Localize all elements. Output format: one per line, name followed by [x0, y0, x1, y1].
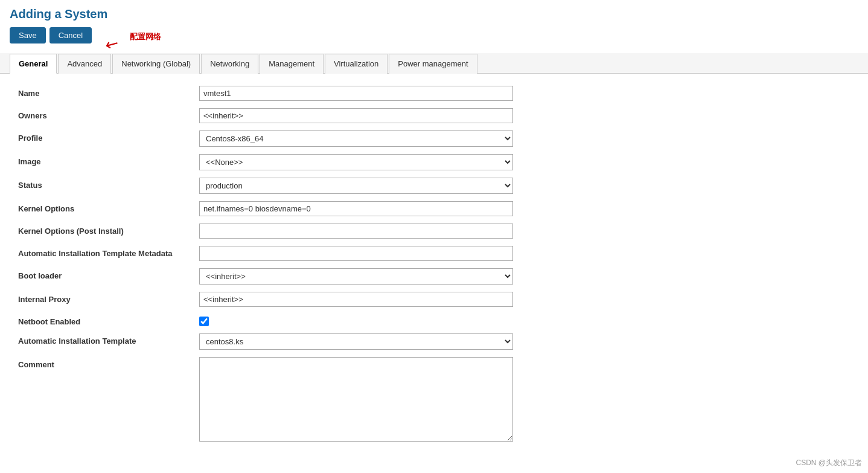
- tab-management[interactable]: Management: [260, 54, 324, 74]
- field-row-profile: Profile Centos8-x86_64: [18, 130, 850, 147]
- field-row-boot-loader: Boot loader <<inherit>>: [18, 268, 850, 285]
- tab-virtualization[interactable]: Virtualization: [325, 54, 388, 74]
- watermark: CSDN @头发保卫者: [796, 458, 862, 461]
- field-row-image: Image <<None>>: [18, 154, 850, 170]
- select-auto-install-template[interactable]: centos8.ks: [199, 333, 513, 350]
- label-image: Image: [18, 154, 199, 166]
- form-container: Name Owners Profile Centos8-x86_64 Image…: [0, 74, 868, 461]
- label-auto-install-template: Automatic Installation Template: [18, 333, 199, 346]
- input-owners[interactable]: [199, 108, 513, 123]
- input-name[interactable]: [199, 86, 513, 101]
- input-kernel-options-post[interactable]: [199, 224, 513, 239]
- field-row-owners: Owners: [18, 108, 850, 123]
- field-row-comment: Comment: [18, 357, 850, 442]
- tab-networking[interactable]: Networking: [201, 54, 258, 74]
- select-boot-loader[interactable]: <<inherit>>: [199, 268, 513, 285]
- tab-networking-global[interactable]: Networking (Global): [112, 54, 200, 74]
- label-owners: Owners: [18, 108, 199, 120]
- select-profile[interactable]: Centos8-x86_64: [199, 130, 513, 147]
- field-row-auto-install-meta: Automatic Installation Template Metadata: [18, 246, 850, 261]
- label-internal-proxy: Internal Proxy: [18, 292, 199, 304]
- field-row-auto-install-template: Automatic Installation Template centos8.…: [18, 333, 850, 350]
- label-status: Status: [18, 178, 199, 190]
- tab-general[interactable]: General: [10, 54, 57, 74]
- label-auto-install-meta: Automatic Installation Template Metadata: [18, 246, 199, 258]
- field-row-kernel-options: Kernel Options: [18, 201, 850, 216]
- label-name: Name: [18, 86, 199, 98]
- tabs-bar: General Advanced Networking (Global) Net…: [0, 53, 868, 74]
- field-row-internal-proxy: Internal Proxy: [18, 292, 850, 307]
- label-boot-loader: Boot loader: [18, 268, 199, 280]
- input-internal-proxy[interactable]: [199, 292, 513, 307]
- field-row-status: Status production: [18, 178, 850, 194]
- field-row-netboot-enabled: Netboot Enabled: [18, 314, 850, 326]
- input-auto-install-meta[interactable]: [199, 246, 513, 261]
- tab-advanced[interactable]: Advanced: [58, 54, 111, 74]
- tab-power-management[interactable]: Power management: [389, 54, 477, 74]
- label-kernel-options-post: Kernel Options (Post Install): [18, 224, 199, 236]
- checkbox-netboot-enabled[interactable]: [199, 317, 209, 326]
- select-status[interactable]: production: [199, 178, 513, 194]
- cancel-button[interactable]: Cancel: [49, 27, 92, 43]
- label-netboot-enabled: Netboot Enabled: [18, 314, 199, 326]
- annotation-text: 配置网络: [130, 31, 161, 42]
- select-image[interactable]: <<None>>: [199, 154, 513, 170]
- label-comment: Comment: [18, 357, 199, 369]
- field-row-name: Name: [18, 86, 850, 101]
- label-kernel-options: Kernel Options: [18, 201, 199, 213]
- textarea-comment[interactable]: [199, 357, 513, 442]
- input-kernel-options[interactable]: [199, 201, 513, 216]
- save-button[interactable]: Save: [10, 27, 46, 43]
- page-title: Adding a System: [10, 7, 858, 21]
- field-row-kernel-options-post: Kernel Options (Post Install): [18, 224, 850, 239]
- label-profile: Profile: [18, 130, 199, 143]
